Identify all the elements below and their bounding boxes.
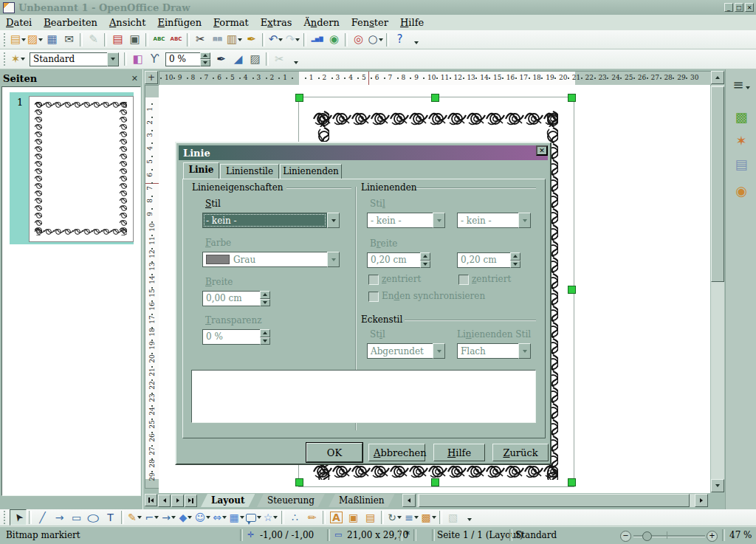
crop-button[interactable]: ✂ bbox=[271, 51, 288, 67]
shadow-button[interactable]: ▨ bbox=[247, 51, 264, 67]
format-paintbrush-button[interactable]: ✒ bbox=[243, 32, 260, 48]
page-first-button[interactable] bbox=[145, 494, 157, 506]
menu-format[interactable]: Format bbox=[207, 16, 255, 30]
pages-panel-close-icon[interactable]: ✕ bbox=[131, 74, 138, 83]
dropdown-button[interactable] bbox=[327, 213, 340, 228]
page-thumbnail-selection[interactable]: 1 bbox=[10, 92, 134, 244]
scroll-down-button[interactable] bbox=[711, 479, 724, 492]
ruler-origin-button[interactable]: + bbox=[145, 71, 158, 84]
transparency-glass-button[interactable]: Ƴ bbox=[146, 51, 163, 67]
text-button[interactable]: T bbox=[102, 509, 119, 526]
symbol-shapes-button[interactable]: ☺ bbox=[194, 509, 211, 526]
selection-handle[interactable] bbox=[568, 478, 576, 486]
menu-aendern[interactable]: Ändern bbox=[298, 16, 345, 30]
transparency-spinner[interactable]: 0 % bbox=[165, 52, 210, 66]
rotate-button[interactable]: ↻ bbox=[386, 509, 403, 526]
zoom-in-button[interactable]: + bbox=[707, 531, 718, 542]
extrusion-button[interactable]: ▧ bbox=[444, 509, 461, 526]
copy-button[interactable]: ▤▤ bbox=[209, 32, 226, 48]
selection-handle[interactable] bbox=[295, 478, 303, 486]
navigator-button[interactable]: ◎ bbox=[350, 32, 367, 48]
spin-up-button[interactable] bbox=[200, 52, 210, 60]
stars-button[interactable]: ☆ bbox=[262, 509, 279, 526]
standard-more-button[interactable] bbox=[410, 35, 423, 47]
vertical-ruler[interactable]: 1234567891011121314151617181920212223242… bbox=[145, 85, 159, 489]
open-button[interactable]: ▨ bbox=[27, 32, 44, 48]
hyperlink-button[interactable]: ◉ bbox=[326, 32, 343, 48]
curve-button[interactable]: ✎ bbox=[126, 509, 143, 526]
sidebar-tab-navigator-button[interactable]: ◉ bbox=[732, 182, 751, 201]
insert-chart-button[interactable]: ▂▅▇ bbox=[309, 32, 326, 48]
selection-handle[interactable] bbox=[295, 94, 303, 102]
horizontal-ruler[interactable]: 1110987654321123456789101112131415161718… bbox=[159, 71, 712, 86]
horizontal-scrollbar-thumb[interactable] bbox=[419, 494, 690, 507]
paste-button[interactable]: ▥ bbox=[226, 32, 243, 48]
export-pdf-button[interactable]: ▤ bbox=[109, 32, 126, 48]
tab-linienstile[interactable]: Linienstile bbox=[220, 164, 279, 179]
scroll-right-button[interactable] bbox=[695, 494, 708, 507]
menu-einfuegen[interactable]: Einfügen bbox=[151, 16, 207, 30]
title-bar[interactable]: Unbenannt 1 - OpenOffice Draw _ □ ✕ bbox=[0, 0, 756, 16]
layer-tab-layout[interactable]: Layout bbox=[201, 494, 255, 507]
menu-hilfe[interactable]: Hilfe bbox=[394, 16, 430, 30]
dropdown-button[interactable] bbox=[107, 52, 119, 66]
autospellcheck-button[interactable]: ABC bbox=[168, 32, 185, 48]
menu-datei[interactable]: Datei bbox=[0, 16, 38, 30]
send-email-button[interactable]: ✉ bbox=[61, 32, 78, 48]
spin-down-button[interactable] bbox=[200, 59, 210, 66]
zoom-slider-thumb[interactable] bbox=[642, 531, 652, 541]
vertical-scrollbar[interactable] bbox=[711, 85, 724, 479]
sidebar-menu-button[interactable]: ≡ bbox=[732, 75, 751, 94]
dialog-title-bar[interactable]: Linie bbox=[179, 145, 548, 160]
block-arrows-button[interactable]: ⇔ bbox=[211, 509, 228, 526]
page-next-button[interactable] bbox=[171, 495, 184, 507]
arrange-button[interactable]: ▩ bbox=[420, 509, 437, 526]
menu-bearbeiten[interactable]: Bearbeiten bbox=[38, 16, 103, 30]
dialog-close-button[interactable]: ✕ bbox=[536, 145, 548, 156]
menu-fenster[interactable]: Fenster bbox=[346, 16, 394, 30]
tab-linienenden[interactable]: Linienenden bbox=[280, 164, 342, 179]
layer-tab-malinien[interactable]: Maßlinien bbox=[329, 494, 395, 507]
toolbar-grip[interactable] bbox=[3, 52, 7, 66]
line-arrow-end-button[interactable]: → bbox=[51, 509, 68, 526]
maximize-button[interactable]: □ bbox=[735, 3, 743, 12]
ellipse-button[interactable]: ○ bbox=[85, 509, 102, 526]
menu-ansicht[interactable]: Ansicht bbox=[103, 16, 151, 30]
connector-button[interactable]: ⌐ bbox=[143, 509, 160, 526]
undo-button[interactable]: ↶ bbox=[267, 32, 284, 48]
sidebar-tab-properties-button[interactable]: ▩ bbox=[732, 108, 751, 127]
zoom-button[interactable]: ○ bbox=[367, 32, 384, 48]
window-close-button[interactable]: ✕ bbox=[745, 3, 754, 12]
layer-tab-steuerung[interactable]: Steuerung bbox=[257, 494, 325, 507]
page-previous-button[interactable] bbox=[158, 495, 171, 507]
area-style-button[interactable]: ◧ bbox=[129, 51, 146, 67]
vertical-scrollbar-thumb[interactable] bbox=[711, 86, 724, 282]
styles-wand-button[interactable]: ✶ bbox=[10, 51, 27, 67]
toolbar-grip[interactable] bbox=[3, 33, 7, 47]
ok-button[interactable]: OK bbox=[306, 443, 362, 462]
horizontal-scrollbar[interactable] bbox=[417, 494, 695, 507]
edit-points-button[interactable]: ∴ bbox=[286, 509, 303, 526]
line-button[interactable]: ╱ bbox=[34, 509, 51, 526]
fill-bucket-button[interactable]: ◢ bbox=[230, 51, 247, 67]
sidebar-tab-gallery-button[interactable]: ▤ bbox=[732, 155, 751, 174]
toolbar-grip[interactable] bbox=[3, 511, 7, 524]
redo-button[interactable]: ↷ bbox=[284, 32, 301, 48]
save-button[interactable]: ▦ bbox=[44, 32, 61, 48]
line-style-select[interactable]: - kein - bbox=[202, 213, 340, 228]
scroll-up-button[interactable] bbox=[711, 71, 724, 84]
print-button[interactable]: ▣ bbox=[126, 32, 143, 48]
status-zoom-percent[interactable]: 47 % bbox=[729, 530, 752, 540]
page-last-button[interactable] bbox=[185, 495, 197, 507]
back-button[interactable]: Zurück bbox=[492, 444, 549, 461]
alignment-button[interactable]: ≡ bbox=[403, 509, 420, 526]
rectangle-button[interactable]: ▭ bbox=[68, 509, 85, 526]
help-button[interactable]: ? bbox=[391, 32, 408, 48]
new-document-button[interactable]: ▤ bbox=[10, 32, 27, 48]
drawing-more-button[interactable] bbox=[463, 512, 476, 524]
spellcheck-button[interactable]: ABC bbox=[151, 32, 168, 48]
basic-shapes-button[interactable]: ◆ bbox=[177, 509, 194, 526]
selection-handle[interactable] bbox=[431, 478, 439, 486]
selection-handle[interactable] bbox=[431, 94, 439, 102]
tab-linie[interactable]: Linie bbox=[183, 162, 219, 179]
